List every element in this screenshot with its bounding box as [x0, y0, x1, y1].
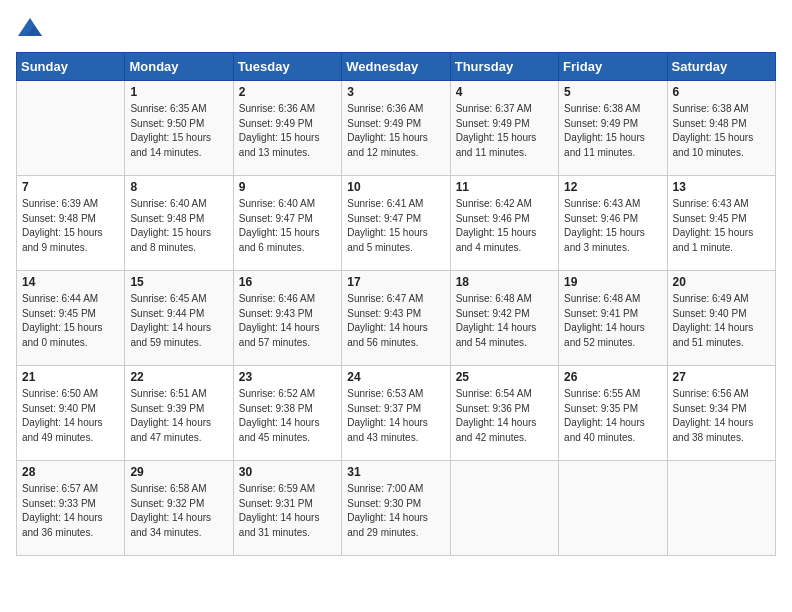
- day-number: 27: [673, 370, 770, 384]
- day-header-friday: Friday: [559, 53, 667, 81]
- day-number: 31: [347, 465, 444, 479]
- sunrise-text: Sunrise: 6:48 AM: [456, 293, 532, 304]
- day-number: 15: [130, 275, 227, 289]
- day-info: Sunrise: 6:49 AMSunset: 9:40 PMDaylight:…: [673, 292, 770, 350]
- calendar-cell: 14Sunrise: 6:44 AMSunset: 9:45 PMDayligh…: [17, 271, 125, 366]
- calendar-cell: 15Sunrise: 6:45 AMSunset: 9:44 PMDayligh…: [125, 271, 233, 366]
- calendar-cell: 23Sunrise: 6:52 AMSunset: 9:38 PMDayligh…: [233, 366, 341, 461]
- daylight-text-2: and 51 minutes.: [673, 337, 744, 348]
- daylight-text: Daylight: 14 hours: [239, 417, 320, 428]
- daylight-text-2: and 14 minutes.: [130, 147, 201, 158]
- sunrise-text: Sunrise: 6:46 AM: [239, 293, 315, 304]
- sunrise-text: Sunrise: 6:58 AM: [130, 483, 206, 494]
- day-header-monday: Monday: [125, 53, 233, 81]
- sunrise-text: Sunrise: 6:43 AM: [673, 198, 749, 209]
- day-info: Sunrise: 6:41 AMSunset: 9:47 PMDaylight:…: [347, 197, 444, 255]
- day-number: 13: [673, 180, 770, 194]
- day-info: Sunrise: 6:43 AMSunset: 9:45 PMDaylight:…: [673, 197, 770, 255]
- sunset-text: Sunset: 9:49 PM: [347, 118, 421, 129]
- day-number: 18: [456, 275, 553, 289]
- sunset-text: Sunset: 9:43 PM: [347, 308, 421, 319]
- calendar-cell: 29Sunrise: 6:58 AMSunset: 9:32 PMDayligh…: [125, 461, 233, 556]
- calendar-cell: 25Sunrise: 6:54 AMSunset: 9:36 PMDayligh…: [450, 366, 558, 461]
- sunset-text: Sunset: 9:40 PM: [22, 403, 96, 414]
- sunset-text: Sunset: 9:45 PM: [22, 308, 96, 319]
- daylight-text-2: and 54 minutes.: [456, 337, 527, 348]
- daylight-text: Daylight: 14 hours: [456, 417, 537, 428]
- logo: [16, 16, 46, 44]
- calendar-cell: 21Sunrise: 6:50 AMSunset: 9:40 PMDayligh…: [17, 366, 125, 461]
- day-info: Sunrise: 6:48 AMSunset: 9:42 PMDaylight:…: [456, 292, 553, 350]
- sunrise-text: Sunrise: 6:45 AM: [130, 293, 206, 304]
- day-info: Sunrise: 6:58 AMSunset: 9:32 PMDaylight:…: [130, 482, 227, 540]
- calendar-cell: 5Sunrise: 6:38 AMSunset: 9:49 PMDaylight…: [559, 81, 667, 176]
- sunset-text: Sunset: 9:49 PM: [564, 118, 638, 129]
- calendar-cell: 12Sunrise: 6:43 AMSunset: 9:46 PMDayligh…: [559, 176, 667, 271]
- sunrise-text: Sunrise: 6:50 AM: [22, 388, 98, 399]
- sunrise-text: Sunrise: 6:39 AM: [22, 198, 98, 209]
- day-info: Sunrise: 6:46 AMSunset: 9:43 PMDaylight:…: [239, 292, 336, 350]
- page-header: [16, 16, 776, 44]
- calendar-cell: 1Sunrise: 6:35 AMSunset: 9:50 PMDaylight…: [125, 81, 233, 176]
- sunrise-text: Sunrise: 6:40 AM: [130, 198, 206, 209]
- daylight-text: Daylight: 14 hours: [239, 512, 320, 523]
- calendar-cell: 30Sunrise: 6:59 AMSunset: 9:31 PMDayligh…: [233, 461, 341, 556]
- day-number: 17: [347, 275, 444, 289]
- sunrise-text: Sunrise: 7:00 AM: [347, 483, 423, 494]
- sunrise-text: Sunrise: 6:36 AM: [347, 103, 423, 114]
- sunset-text: Sunset: 9:48 PM: [673, 118, 747, 129]
- daylight-text: Daylight: 15 hours: [564, 132, 645, 143]
- sunset-text: Sunset: 9:30 PM: [347, 498, 421, 509]
- day-info: Sunrise: 6:55 AMSunset: 9:35 PMDaylight:…: [564, 387, 661, 445]
- sunset-text: Sunset: 9:49 PM: [456, 118, 530, 129]
- sunset-text: Sunset: 9:46 PM: [564, 213, 638, 224]
- day-info: Sunrise: 6:54 AMSunset: 9:36 PMDaylight:…: [456, 387, 553, 445]
- daylight-text-2: and 38 minutes.: [673, 432, 744, 443]
- daylight-text: Daylight: 14 hours: [347, 417, 428, 428]
- calendar-cell: 28Sunrise: 6:57 AMSunset: 9:33 PMDayligh…: [17, 461, 125, 556]
- sunrise-text: Sunrise: 6:53 AM: [347, 388, 423, 399]
- daylight-text-2: and 10 minutes.: [673, 147, 744, 158]
- daylight-text: Daylight: 15 hours: [456, 227, 537, 238]
- calendar-week-2: 7Sunrise: 6:39 AMSunset: 9:48 PMDaylight…: [17, 176, 776, 271]
- daylight-text-2: and 57 minutes.: [239, 337, 310, 348]
- daylight-text-2: and 47 minutes.: [130, 432, 201, 443]
- calendar-cell: 7Sunrise: 6:39 AMSunset: 9:48 PMDaylight…: [17, 176, 125, 271]
- sunrise-text: Sunrise: 6:55 AM: [564, 388, 640, 399]
- logo-icon: [16, 16, 44, 44]
- day-info: Sunrise: 6:36 AMSunset: 9:49 PMDaylight:…: [347, 102, 444, 160]
- daylight-text: Daylight: 15 hours: [22, 227, 103, 238]
- calendar-cell: 6Sunrise: 6:38 AMSunset: 9:48 PMDaylight…: [667, 81, 775, 176]
- day-number: 28: [22, 465, 119, 479]
- daylight-text-2: and 11 minutes.: [456, 147, 527, 158]
- sunset-text: Sunset: 9:48 PM: [22, 213, 96, 224]
- sunset-text: Sunset: 9:39 PM: [130, 403, 204, 414]
- day-number: 11: [456, 180, 553, 194]
- sunset-text: Sunset: 9:40 PM: [673, 308, 747, 319]
- day-number: 16: [239, 275, 336, 289]
- daylight-text-2: and 40 minutes.: [564, 432, 635, 443]
- day-number: 10: [347, 180, 444, 194]
- calendar-cell: 18Sunrise: 6:48 AMSunset: 9:42 PMDayligh…: [450, 271, 558, 366]
- daylight-text-2: and 12 minutes.: [347, 147, 418, 158]
- daylight-text: Daylight: 15 hours: [456, 132, 537, 143]
- day-info: Sunrise: 6:39 AMSunset: 9:48 PMDaylight:…: [22, 197, 119, 255]
- sunrise-text: Sunrise: 6:57 AM: [22, 483, 98, 494]
- daylight-text: Daylight: 14 hours: [456, 322, 537, 333]
- day-number: 1: [130, 85, 227, 99]
- day-number: 24: [347, 370, 444, 384]
- daylight-text-2: and 31 minutes.: [239, 527, 310, 538]
- sunset-text: Sunset: 9:36 PM: [456, 403, 530, 414]
- sunrise-text: Sunrise: 6:40 AM: [239, 198, 315, 209]
- sunset-text: Sunset: 9:43 PM: [239, 308, 313, 319]
- sunrise-text: Sunrise: 6:51 AM: [130, 388, 206, 399]
- day-number: 30: [239, 465, 336, 479]
- calendar-cell: 16Sunrise: 6:46 AMSunset: 9:43 PMDayligh…: [233, 271, 341, 366]
- daylight-text: Daylight: 15 hours: [239, 227, 320, 238]
- daylight-text: Daylight: 14 hours: [347, 512, 428, 523]
- sunrise-text: Sunrise: 6:43 AM: [564, 198, 640, 209]
- sunset-text: Sunset: 9:49 PM: [239, 118, 313, 129]
- daylight-text-2: and 11 minutes.: [564, 147, 635, 158]
- sunrise-text: Sunrise: 6:38 AM: [673, 103, 749, 114]
- sunset-text: Sunset: 9:45 PM: [673, 213, 747, 224]
